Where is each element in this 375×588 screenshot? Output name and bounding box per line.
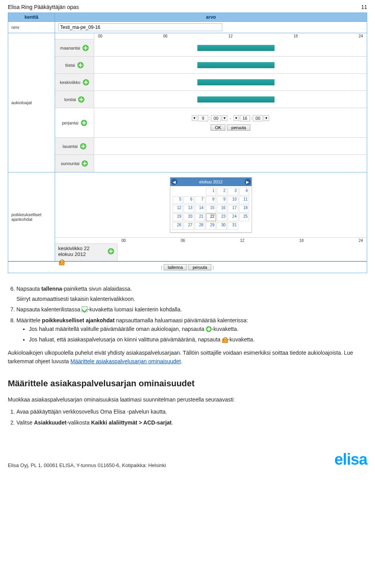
calendar-day[interactable]: 30: [217, 222, 227, 230]
document-body: Napsauta tallenna-painiketta sivun alala…: [8, 285, 367, 427]
next-month-button[interactable]: ▶: [245, 179, 251, 185]
th-arvo: arvo: [55, 13, 367, 21]
doc-page-number: 11: [361, 4, 367, 10]
step-6-sub: Siirryt automaattisesti takaisin kalente…: [16, 295, 367, 304]
calendar-day[interactable]: 3: [228, 188, 238, 195]
calendar-day[interactable]: 31: [228, 222, 238, 230]
hour1[interactable]: 9: [198, 115, 208, 121]
min2-dropdown[interactable]: ▾: [264, 115, 269, 121]
exception-row[interactable]: keskiviikko 22 elokuu 2012: [55, 244, 118, 261]
hour1-dropdown[interactable]: ▾: [192, 115, 197, 121]
calendar-day[interactable]: 14: [195, 205, 205, 213]
lock-icon: [222, 337, 228, 343]
min1[interactable]: 00: [211, 115, 221, 121]
step-7: Napsauta kalenterilistassa -kuvaketta lu…: [16, 306, 367, 314]
calendar-day[interactable]: 2: [217, 188, 227, 195]
add-icon[interactable]: [81, 120, 87, 126]
save-button[interactable]: tallenna: [164, 264, 188, 270]
paragraph: Aukioloaikojen ulkopuolella puhelut eivä…: [8, 349, 367, 366]
calendar-day[interactable]: 8: [206, 196, 216, 204]
add-icon[interactable]: [83, 79, 89, 85]
calendar-day[interactable]: 1: [206, 188, 216, 195]
day-thu[interactable]: torstai: [55, 91, 94, 108]
calendar-day[interactable]: 27: [184, 222, 194, 230]
calendar-day[interactable]: 25: [239, 213, 249, 221]
calendar-day[interactable]: 15: [206, 205, 216, 213]
section-intro: Muokkaa asiakaspalvelusarjan ominaisuuks…: [8, 396, 367, 404]
calendar-day[interactable]: 29: [206, 222, 216, 230]
calendar-day[interactable]: 13: [184, 205, 194, 213]
min1-dropdown[interactable]: ▾: [222, 115, 227, 121]
time-editor: ▾ 9 : 00 ▾ - ▾ 16 : 00 ▾: [94, 108, 367, 138]
step-1: Avaa pääkäyttäjän verkkosovellus Oma Eli…: [16, 408, 367, 416]
lock-icon[interactable]: [58, 259, 64, 259]
footer-text: Elisa Oyj, PL 1, 00061 ELISA, Y-tunnus 0…: [8, 462, 166, 468]
calendar-day[interactable]: 5: [173, 196, 183, 204]
ok-button[interactable]: OK: [211, 124, 225, 131]
time-ticks: 00 06 12 18 24: [118, 238, 367, 244]
add-icon[interactable]: [108, 248, 114, 254]
th-kentta: kenttä: [8, 13, 55, 21]
step-6: Napsauta tallenna-painiketta sivun alala…: [16, 285, 367, 303]
prev-month-button[interactable]: ◀: [171, 179, 177, 185]
add-icon[interactable]: [82, 160, 88, 167]
exception-date-label: keskiviikko 22 elokuu 2012: [58, 245, 105, 257]
schedule-editor: kenttä arvo nimi aukioloajat maanantai t…: [8, 12, 367, 273]
day-sat[interactable]: lauantai: [55, 138, 94, 155]
calendar-day[interactable]: 17: [228, 205, 238, 213]
calendar-day[interactable]: 12: [173, 205, 183, 213]
bullet-1: Jos haluat määritellä valitulle päivämää…: [29, 325, 367, 334]
calendar-day[interactable]: 4: [239, 188, 249, 195]
link-asiakaspalvelusarjan-ominaisuudet[interactable]: Määrittele asiakaspalvelusarjan ominaisu…: [70, 358, 181, 364]
add-icon: [206, 326, 212, 332]
calendar-day[interactable]: 9: [217, 196, 227, 204]
month-calendar: ◀ elokuu 2012 ▶ 123456789101112131415161…: [170, 177, 252, 233]
row-label-nimi: nimi: [8, 22, 55, 33]
calendar-day[interactable]: 20: [184, 213, 194, 221]
edit-icon: [82, 306, 88, 312]
calendar-day[interactable]: 23: [217, 213, 227, 221]
calendar-day[interactable]: 28: [195, 222, 205, 230]
day-fri[interactable]: perjantai: [55, 108, 94, 138]
step-8: Määrittele poikkeukselliset ajankohdat n…: [16, 316, 367, 344]
elisa-logo: elisa: [334, 451, 367, 468]
calendar-day[interactable]: 22: [206, 213, 216, 221]
section-heading: Määrittele asiakaspalvelusarjan ominaisu…: [8, 377, 367, 390]
calendar-day[interactable]: 18: [239, 205, 249, 213]
row-label-aukioloajat: aukioloajat: [8, 33, 55, 172]
row-label-poikkeukset: poikkeukselliset ajankohdat: [8, 172, 55, 261]
calendar-day[interactable]: 10: [228, 196, 238, 204]
cancel-button[interactable]: peruuta: [188, 264, 211, 270]
calendar-day[interactable]: 24: [228, 213, 238, 221]
add-icon[interactable]: [82, 45, 89, 51]
calendar-day[interactable]: 6: [184, 196, 194, 204]
add-icon[interactable]: [77, 62, 84, 68]
day-sun[interactable]: sunnuntai: [55, 155, 94, 172]
calendar-title: elokuu 2012: [199, 179, 223, 184]
doc-header-title: Elisa Ring Pääkäyttäjän opas: [8, 4, 79, 10]
name-input[interactable]: [58, 23, 222, 31]
calendar-day[interactable]: 19: [173, 213, 183, 221]
cancel-button[interactable]: peruuta: [227, 124, 250, 131]
time-bar[interactable]: [197, 45, 275, 51]
hour2-dropdown[interactable]: ▾: [234, 115, 239, 121]
day-mon[interactable]: maanantai: [55, 39, 94, 57]
step-2: Valitse Asiakkuudet-valikosta Kaikki ala…: [16, 419, 367, 427]
calendar-day[interactable]: 11: [239, 196, 249, 204]
calendar-day[interactable]: 26: [173, 222, 183, 230]
time-ticks: 00 06 12 18 24: [94, 33, 367, 39]
min2[interactable]: 00: [253, 115, 263, 121]
time-bar[interactable]: [197, 62, 275, 68]
calendar-day[interactable]: 16: [217, 205, 227, 213]
hour2[interactable]: 16: [240, 115, 250, 121]
add-icon[interactable]: [78, 96, 84, 103]
table-header: kenttä arvo: [8, 13, 367, 22]
calendar-day[interactable]: 21: [195, 213, 205, 221]
day-tue[interactable]: tiistai: [55, 57, 94, 74]
time-bar[interactable]: [197, 79, 275, 85]
add-icon[interactable]: [80, 143, 86, 149]
time-bar[interactable]: [197, 96, 275, 103]
day-wed[interactable]: keskiviikko: [55, 74, 94, 91]
bullet-2: Jos haluat, että asiakaspalvelusarja on …: [29, 336, 367, 344]
calendar-day[interactable]: 7: [195, 196, 205, 204]
